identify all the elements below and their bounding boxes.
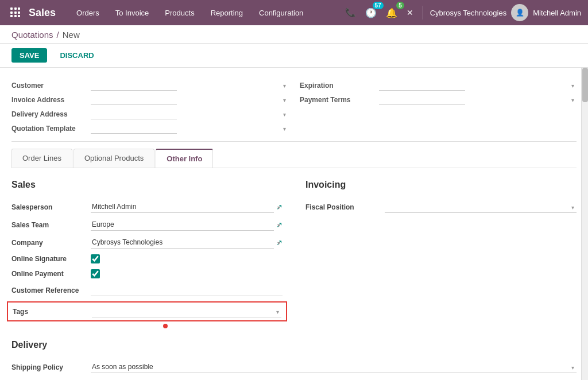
customer-field-row: Customer ▾ — [11, 78, 288, 92]
clock-badge: 57 — [373, 2, 384, 9]
scrollbar-thumb[interactable] — [582, 68, 588, 102]
online-payment-label: Online Payment — [11, 270, 86, 278]
form-top-fields: Customer ▾ Invoice Address ▾ Delivery Ad… — [11, 75, 577, 142]
customer-reference-input[interactable] — [91, 284, 283, 296]
close-icon[interactable]: ✕ — [404, 6, 416, 20]
tab-content-other-info: Sales Salesperson Mitchell Admin ▾ ↗ Sal… — [11, 168, 577, 380]
nav-divider — [423, 6, 423, 20]
tags-input[interactable] — [92, 305, 281, 317]
fiscal-position-label: Fiscal Position — [305, 203, 380, 211]
expiration-input[interactable] — [379, 80, 465, 91]
customer-label: Customer — [11, 82, 86, 90]
payment-terms-input[interactable] — [379, 94, 465, 105]
tab-other-info[interactable]: Other Info — [156, 149, 213, 168]
salesperson-link-icon[interactable]: ↗ — [276, 203, 283, 211]
nav-orders[interactable]: Orders — [69, 5, 106, 21]
sales-section: Sales Salesperson Mitchell Admin ▾ ↗ Sal… — [11, 180, 283, 328]
online-payment-checkbox[interactable] — [91, 269, 100, 278]
breadcrumb-parent[interactable]: Quotations — [11, 30, 53, 40]
nav-configuration[interactable]: Configuration — [252, 5, 310, 21]
invoice-address-row: Invoice Address ▾ — [11, 92, 288, 107]
invoicing-section: Invoicing Fiscal Position ▾ — [305, 180, 577, 328]
payment-terms-row: Payment Terms ▾ — [300, 92, 577, 107]
bell-badge: 5 — [396, 2, 404, 9]
customer-input[interactable] — [91, 80, 177, 91]
delivery-address-input[interactable] — [91, 108, 177, 119]
nav-to-invoice[interactable]: To Invoice — [109, 5, 156, 21]
save-button[interactable]: SAVE — [11, 48, 47, 63]
online-signature-row: Online Signature — [11, 251, 283, 266]
company-select[interactable]: Cybrosys Technologies — [91, 236, 274, 249]
tab-bar: Order Lines Optional Products Other Info — [11, 149, 577, 168]
phone-icon[interactable]: 📞 — [343, 5, 358, 20]
delivery-address-label: Delivery Address — [11, 110, 86, 118]
company-name: Cybrosys Technologies — [430, 9, 506, 17]
customer-select-wrap: ▾ — [91, 80, 288, 91]
two-column-layout: Sales Salesperson Mitchell Admin ▾ ↗ Sal… — [11, 180, 577, 328]
tab-optional-products[interactable]: Optional Products — [74, 149, 154, 168]
online-signature-label: Online Signature — [11, 255, 86, 263]
top-navigation: Sales Orders To Invoice Products Reporti… — [0, 0, 588, 25]
breadcrumb-separator: / — [57, 30, 59, 40]
shipping-policy-row: Shipping Policy As soon as possible ▾ — [11, 358, 577, 376]
company-row: Company Cybrosys Technologies ▾ ↗ — [11, 234, 283, 251]
invoicing-section-title: Invoicing — [305, 180, 577, 190]
online-payment-row: Online Payment — [11, 266, 283, 281]
tags-row: Tags ▾ — [7, 301, 287, 321]
scrollbar[interactable] — [581, 68, 588, 380]
fiscal-position-select[interactable] — [385, 201, 577, 213]
sales-team-select[interactable]: Europe — [91, 219, 274, 231]
quotation-template-label: Quotation Template — [11, 125, 86, 133]
nav-right: 📞 🕐 57 🔔 5 ✕ Cybrosys Technologies 👤 Mit… — [343, 4, 581, 21]
breadcrumb: Quotations / New — [11, 30, 577, 43]
grid-menu-icon[interactable] — [7, 4, 24, 21]
salesperson-label: Salesperson — [11, 203, 86, 211]
payment-terms-label: Payment Terms — [300, 96, 374, 104]
quotation-template-row: Quotation Template ▾ — [11, 121, 288, 135]
fiscal-position-row: Fiscal Position ▾ — [305, 198, 577, 216]
tab-order-lines[interactable]: Order Lines — [11, 149, 72, 168]
main-content: Customer ▾ Invoice Address ▾ Delivery Ad… — [0, 68, 588, 380]
shipping-policy-label: Shipping Policy — [11, 363, 86, 371]
customer-reference-row: Customer Reference — [11, 281, 283, 299]
discard-button[interactable]: DISCARD — [52, 48, 102, 63]
delivery-section: Delivery Shipping Policy As soon as poss… — [11, 340, 577, 376]
delivery-address-row: Delivery Address ▾ — [11, 107, 288, 121]
nav-menu: Orders To Invoice Products Reporting Con… — [69, 5, 343, 21]
app-brand: Sales — [29, 7, 56, 19]
quotation-template-input[interactable] — [91, 123, 177, 134]
customer-reference-label: Customer Reference — [11, 286, 86, 294]
sales-team-link-icon[interactable]: ↗ — [276, 220, 283, 229]
expiration-row: Expiration ▾ — [300, 78, 577, 92]
action-bar: SAVE DISCARD — [0, 44, 588, 68]
user-name[interactable]: Mitchell Admin — [533, 9, 581, 17]
breadcrumb-area: Quotations / New — [0, 25, 588, 44]
salesperson-row: Salesperson Mitchell Admin ▾ ↗ — [11, 198, 283, 216]
clock-badge-wrap[interactable]: 🕐 57 — [363, 5, 379, 21]
sales-team-row: Sales Team Europe ▾ ↗ — [11, 216, 283, 234]
sales-team-label: Sales Team — [11, 221, 86, 229]
company-label: Company — [11, 239, 86, 247]
tags-label: Tags — [13, 308, 87, 316]
online-signature-checkbox[interactable] — [91, 254, 100, 263]
delivery-section-title: Delivery — [11, 340, 577, 350]
salesperson-select[interactable]: Mitchell Admin — [91, 201, 274, 213]
expiration-label: Expiration — [300, 82, 374, 90]
nav-products[interactable]: Products — [158, 5, 201, 21]
tags-error-dot — [163, 324, 168, 328]
breadcrumb-current: New — [63, 30, 80, 40]
user-avatar[interactable]: 👤 — [511, 4, 528, 21]
invoice-address-label: Invoice Address — [11, 96, 86, 104]
sales-section-title: Sales — [11, 180, 283, 190]
invoice-address-input[interactable] — [91, 94, 177, 105]
bell-badge-wrap[interactable]: 🔔 5 — [384, 5, 400, 21]
company-link-icon[interactable]: ↗ — [276, 238, 283, 247]
shipping-policy-select[interactable]: As soon as possible — [91, 361, 577, 373]
nav-reporting[interactable]: Reporting — [204, 5, 250, 21]
